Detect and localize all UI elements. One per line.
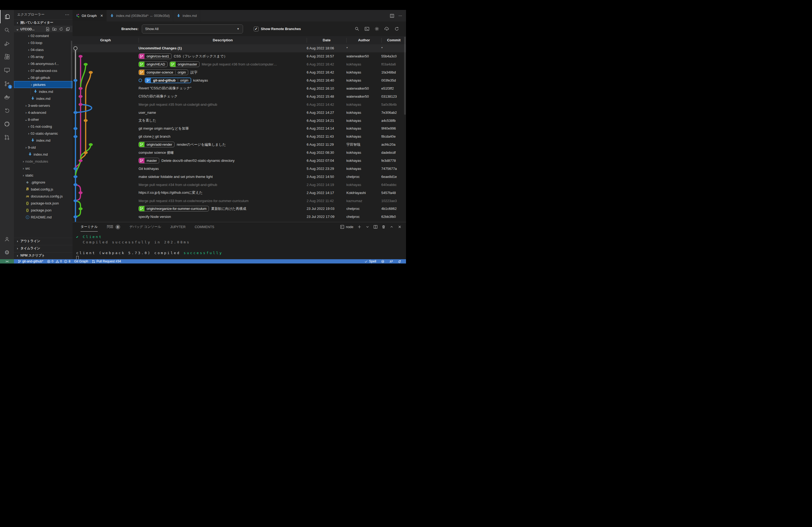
graph-commit-dot[interactable]	[79, 55, 83, 58]
close-panel-icon[interactable]	[398, 225, 402, 229]
graph-commit-dot[interactable]	[84, 119, 88, 122]
panel-tab--[interactable]: デバッグ コンソール	[129, 222, 161, 231]
tab-git[interactable]: Git Graph✕	[73, 10, 106, 21]
remote-explorer-icon[interactable]	[0, 64, 14, 77]
branch-pill-git-and-github[interactable]: git-and-githuborigin	[145, 77, 191, 83]
tree-item-07-advanced-css[interactable]: ›07-advanced-css	[14, 67, 73, 74]
tree-item-package-lock-json[interactable]: {}package-lock.json	[14, 200, 73, 207]
graph-commit-dot[interactable]	[84, 151, 88, 154]
new-file-icon[interactable]	[46, 27, 50, 31]
tree-item-index-md[interactable]: index.md	[14, 137, 73, 144]
tree-item-01-not-coding[interactable]: ›01-not-coding	[14, 123, 73, 130]
kill-terminal-icon[interactable]	[381, 225, 386, 229]
pull-request-status-item[interactable]: Pull Request #34	[92, 259, 121, 263]
tree-item-9-old[interactable]: ›9-old	[14, 144, 73, 151]
branch-pill-origin-css-test1[interactable]: origin/css-test1	[139, 54, 172, 59]
branch-pill-origin-master[interactable]: origin/master	[170, 61, 200, 67]
graph-refresh-icon[interactable]	[394, 27, 399, 31]
panel-tab-comments[interactable]: COMMENTS	[195, 222, 214, 231]
graph-commit-dot[interactable]	[74, 47, 77, 50]
graph-commit-dot[interactable]	[79, 103, 83, 106]
copilot-status-icon[interactable]	[381, 260, 385, 263]
graph-commit-dot[interactable]	[79, 191, 83, 194]
tree-item-package-json[interactable]: {}package.json	[14, 207, 73, 214]
tab-index-md[interactable]: index.md (003fe35d^ ↔ 003fe35d)	[106, 10, 173, 21]
search-icon[interactable]	[0, 23, 14, 37]
branches-dropdown[interactable]: Show All▼	[142, 25, 243, 33]
close-icon[interactable]: ✕	[100, 14, 103, 18]
new-terminal-icon[interactable]	[358, 225, 361, 229]
editor-more-icon[interactable]: ⋯	[398, 14, 402, 18]
remote-indicator[interactable]: ><	[0, 259, 14, 264]
graph-commit-dot[interactable]	[84, 63, 88, 66]
graph-commit-dot[interactable]	[74, 199, 77, 202]
split-editor-icon[interactable]	[390, 14, 394, 18]
tab-index-md[interactable]: index.md	[173, 10, 200, 21]
panel-tab-jupyter[interactable]: JUPYTER	[170, 222, 186, 231]
github-icon[interactable]	[0, 117, 14, 131]
undo-arrow-icon[interactable]	[0, 104, 14, 117]
tree-item-03-loop[interactable]: ›03-loop	[14, 39, 73, 46]
spell-status-item[interactable]: Spell	[364, 259, 376, 263]
branch-status-item[interactable]: git-and-github*	[18, 259, 43, 263]
problems-status-item[interactable]: 0 0 8	[47, 259, 70, 263]
graph-commit-dot[interactable]	[74, 167, 77, 170]
tree-item-readme-md[interactable]: iREADME.md	[14, 214, 73, 221]
tree-item-3-web-servers[interactable]: ›3-web-servers	[14, 102, 73, 109]
tree-item-8-other[interactable]: ⌄8-other	[14, 116, 73, 123]
branch-pill-origin-head[interactable]: origin/HEAD	[139, 61, 168, 67]
sidebar-more-icon[interactable]: ⋯	[65, 12, 69, 17]
tree-item-05-array[interactable]: ›05-array	[14, 53, 73, 60]
panel-tab--[interactable]: 問題8	[107, 222, 120, 231]
tree-item-static[interactable]: ›static	[14, 172, 73, 179]
graph-commit-dot[interactable]	[74, 215, 77, 218]
panel-tab--[interactable]: ターミナル	[81, 222, 98, 231]
graph-settings-icon[interactable]	[375, 27, 379, 31]
tree-item-04-class[interactable]: ›04-class	[14, 46, 73, 53]
tree-item-4-advanced[interactable]: ›4-advanced	[14, 109, 73, 116]
tree-item-index-md[interactable]: index.md	[14, 88, 73, 95]
tree-item-node-modules[interactable]: ›node_modules	[14, 158, 73, 165]
tree-item--gitignore[interactable]: ◆.gitignore	[14, 179, 73, 186]
notifications-bell-icon[interactable]	[398, 260, 401, 263]
section-workspace[interactable]: ⌄UTCOD...	[14, 26, 73, 32]
graph-commit-dot[interactable]	[79, 87, 83, 90]
maximize-panel-icon[interactable]	[390, 225, 394, 229]
run-debug-icon[interactable]	[0, 37, 14, 50]
branch-pill-origin-reorganize-for-summer-curriculum[interactable]: origin/reorganize-for-summer-curriculum	[139, 206, 209, 211]
new-folder-icon[interactable]	[52, 27, 56, 31]
tree-item-src[interactable]: ›src	[14, 165, 73, 172]
graph-commit-dot[interactable]	[74, 175, 77, 178]
explorer-icon[interactable]	[0, 10, 14, 23]
graph-commit-dot[interactable]	[74, 135, 77, 138]
tree-item-08-git-github[interactable]: ⌄08-git-github	[14, 74, 73, 81]
graph-commit-dot[interactable]	[74, 111, 77, 114]
graph-search-icon[interactable]	[355, 27, 359, 31]
source-control-icon[interactable]: 1	[0, 77, 14, 90]
sidebar-scrollbar[interactable]	[71, 41, 72, 89]
tree-item-docusaurus-config-js[interactable]: JSdocusaurus.config.js	[14, 193, 73, 200]
refresh-icon[interactable]	[59, 27, 63, 31]
terminal-shell-item[interactable]: node	[340, 225, 353, 229]
graph-commit-dot[interactable]	[89, 71, 93, 74]
graph-commit-dot[interactable]	[74, 127, 77, 130]
tree-item-06-anonymous-f-[interactable]: ›06-anonymous-f...	[14, 60, 73, 67]
terminal-dropdown-icon[interactable]	[365, 225, 369, 229]
graph-commit-dot[interactable]	[74, 183, 77, 186]
cloud-download-icon[interactable]	[385, 27, 389, 31]
tree-item-babel-config-js[interactable]: Bbabel.config.js	[14, 186, 73, 193]
extensions-icon[interactable]	[0, 50, 14, 64]
graph-commit-dot[interactable]	[79, 95, 83, 98]
tree-item-pictures[interactable]: ›pictures	[14, 81, 73, 88]
collapse-all-icon[interactable]	[66, 27, 70, 31]
docker-icon[interactable]	[0, 90, 14, 104]
terminal-output[interactable]: ✔ Client Compiled successfully in 202.08…	[73, 231, 406, 261]
graph-commit-dot[interactable]	[79, 159, 83, 162]
section-open-editors[interactable]: ›開いているエディター	[14, 19, 73, 26]
graph-terminal-icon[interactable]	[365, 27, 369, 31]
tree-item-index-md[interactable]: index.md	[14, 151, 73, 158]
graph-commit-dot[interactable]	[79, 207, 83, 210]
account-icon[interactable]	[0, 232, 14, 246]
branch-pill-master[interactable]: master	[139, 158, 159, 163]
settings-gear-icon[interactable]: ⚙	[0, 246, 14, 259]
